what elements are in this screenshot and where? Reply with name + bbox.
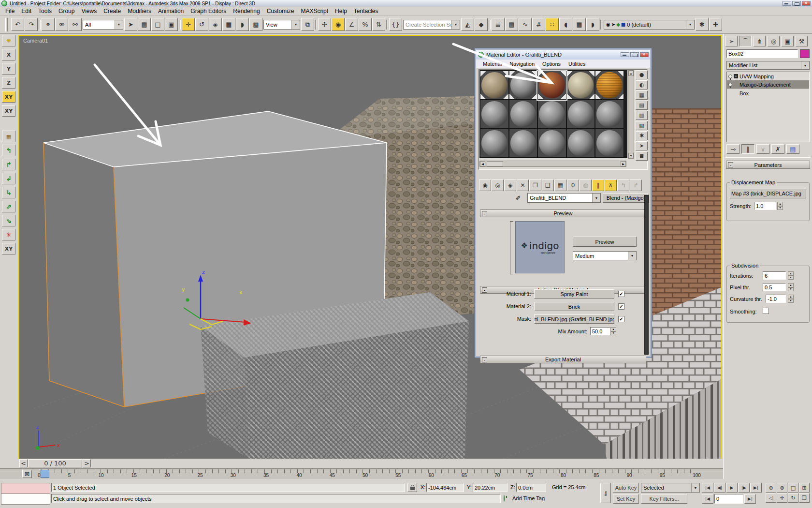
rect-selection-region-icon[interactable]: □ [151,18,164,31]
viewport-canvas-icon[interactable]: ▩ [249,18,262,31]
blend-row-button[interactable]: Brick [534,302,614,311]
script-button-1[interactable]: ↰ [2,145,15,156]
time-slider-marker[interactable] [41,470,49,478]
pick-material-eyedropper-icon[interactable]: ✎ [515,195,522,200]
tab-display[interactable]: ▣ [782,36,794,46]
go-to-end-button[interactable]: ▶| [750,483,762,493]
toolbar-separator[interactable] [488,18,491,31]
sample-type-icon[interactable]: ● [636,70,648,79]
show-end-result-button[interactable]: ∥ [592,179,604,191]
make-copy-button[interactable]: ❐ [529,179,541,191]
displacement-map-button[interactable]: Map #3 (brick_DISPLACE.jpg [730,189,806,198]
pixel-threshold-field[interactable]: 0.5 [763,283,786,291]
play-button[interactable]: ▶ [726,483,738,493]
material-slot[interactable] [566,129,595,158]
maxscript-listener-white[interactable] [1,493,50,505]
pin-stack-button[interactable]: ⊸ [726,144,740,154]
minimize-button[interactable] [783,1,791,6]
material-slot[interactable] [595,100,624,129]
arc-rotate-button[interactable]: ↻ [788,493,798,503]
rendered-frame-icon[interactable]: ▦ [573,18,586,31]
render-setup-icon[interactable]: ◖ [559,18,572,31]
next-key-button[interactable]: ▶| [744,494,756,504]
export-rollout-header[interactable]: -Export Material [480,356,646,363]
toolbar-separator[interactable] [315,18,318,31]
blend-row-checkbox[interactable] [618,291,624,297]
strength-spinner[interactable]: ▲▼ [777,202,783,210]
material-slot[interactable] [480,100,509,129]
toolbar-separator[interactable] [178,18,181,31]
select-and-manipulate-icon[interactable]: ✣ [318,18,331,31]
material-name-dropdown[interactable]: Grafitti_BLEND [527,193,601,203]
material-slot[interactable] [566,71,595,100]
menu-item[interactable]: Create [100,7,124,15]
modifier-enable-bulb-icon[interactable] [728,83,732,87]
stack-row-uvw[interactable]: + UVW Mapping [727,72,809,80]
blend-row-button[interactable]: fitti_BLEND.jpg (Grafitti_BLEND.jpg) [534,314,614,324]
previous-key-button[interactable]: |◀ [702,494,713,504]
key-context-dropdown[interactable]: Selected [641,483,700,493]
viewport-label[interactable]: Camera01 [23,38,48,44]
set-key-button[interactable]: Set Key [613,494,639,504]
menu-item[interactable]: Tools [35,7,55,15]
render-presets-icon[interactable]: ✱ [696,18,709,31]
window-crossing-icon[interactable]: ▣ [165,18,178,31]
material-slot[interactable] [537,129,566,158]
material-editor-titlebar[interactable]: Material Editor - Grafitti_BLEND [476,50,650,60]
menu-item[interactable]: Modifiers [124,7,155,15]
script-asterisk-button[interactable]: ✳ [2,229,15,240]
snaps-grid-icon[interactable]: ▦ [222,18,235,31]
percent-snap-icon[interactable]: % [359,18,372,31]
go-to-start-button[interactable]: |◀ [702,483,713,493]
grid-tool-icon[interactable]: ▦ [2,131,15,142]
redo-icon[interactable]: ↷ [25,18,38,31]
zoom-button[interactable]: ⊕ [766,483,776,493]
preview-render-button[interactable]: Preview [573,237,637,247]
material-editor-icon[interactable]: ∷ [546,18,559,31]
mix-amount-field[interactable]: 50.0 [590,327,610,335]
reset-map-button[interactable]: ✕ [517,179,529,191]
remove-modifier-button[interactable]: ✗ [771,144,784,154]
me-menu-item[interactable]: Navigation [506,60,538,67]
use-center-icon[interactable]: ◗ [236,18,249,31]
z-coord-field[interactable]: 0.0cm [516,483,546,492]
me-menu-item[interactable]: Utilities [565,60,589,67]
mirror-icon[interactable]: ◭ [461,18,474,31]
angle-snap-icon[interactable]: ∠ [345,18,358,31]
curvature-threshold-field[interactable]: -1.0 [766,295,786,303]
backlight-icon[interactable]: ◐ [636,80,648,90]
render-shortcuts-icon[interactable]: ✚ [709,18,722,31]
constraint-xy-button[interactable]: XY [2,91,15,103]
mix-amount-spinner[interactable]: ▲▼ [610,327,616,335]
material-slot[interactable] [566,100,595,129]
undo-icon[interactable]: ↶ [11,18,24,31]
menu-item[interactable]: Graph Editors [187,7,230,15]
pan-button[interactable]: ✛ [777,493,787,503]
menu-item[interactable]: Edit [18,7,35,15]
schematic-view-icon[interactable]: # [532,18,545,31]
iterations-field[interactable]: 6 [763,271,786,280]
constraint-xy3-button[interactable]: XY [2,243,15,254]
me-minimize-button[interactable] [621,52,629,57]
material-slot[interactable] [595,129,624,158]
smoothing-checkbox[interactable] [763,308,769,314]
previous-frame-arrow[interactable]: < [19,459,28,467]
select-and-move-icon[interactable]: ✛ [182,18,195,31]
make-preview-icon[interactable]: ▧ [636,121,648,130]
expand-plus-icon[interactable]: + [734,74,738,78]
menu-item[interactable]: Group [55,7,78,15]
next-frame-button[interactable]: |▶ [738,483,750,493]
select-by-material-icon[interactable]: ➤ [636,141,648,150]
me-close-button[interactable] [640,52,649,57]
menu-item[interactable]: Tentacles [350,7,382,15]
material-slot[interactable] [509,100,538,129]
slots-horizontal-scrollbar[interactable]: ◀ ▶ [479,161,626,167]
bind-to-spacewarp-icon[interactable]: ⚯ [69,18,82,31]
blend-row-checkbox[interactable] [618,303,624,310]
script-button-2[interactable]: ↱ [2,159,15,170]
stack-row-maxigo[interactable]: Maxigo-Displacement [727,80,809,89]
layer-dropdown[interactable]: ◉ ➤ ◆ ■ 0 (default) [604,20,695,30]
script-button-5[interactable]: ⇗ [2,201,15,212]
slots-vertical-scrollbar[interactable]: ▲ ▼ [628,70,634,159]
constraint-y-button[interactable]: Y [2,63,15,75]
